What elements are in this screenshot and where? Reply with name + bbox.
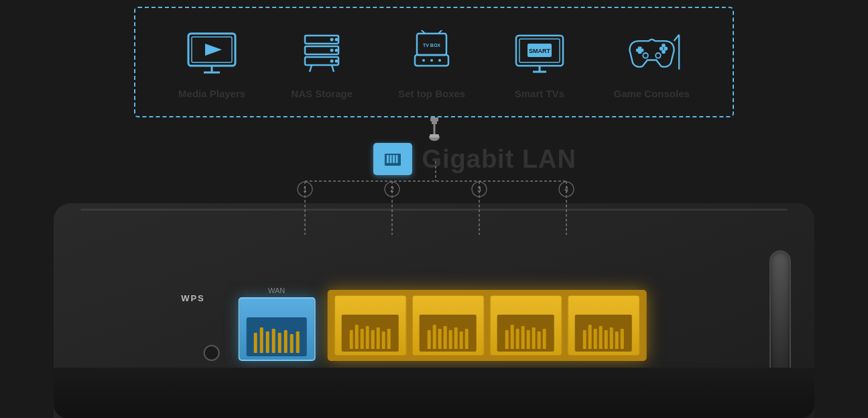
lan-port-3: [489, 295, 562, 356]
svg-point-34: [662, 44, 666, 48]
svg-rect-43: [430, 134, 439, 138]
media-players-label: Media Players: [178, 88, 245, 99]
svg-point-10: [330, 49, 334, 52]
svg-rect-31: [637, 47, 641, 54]
svg-text:4: 4: [564, 186, 568, 193]
lan-port-4: [567, 295, 639, 356]
nas-storage-label: NAS Storage: [291, 88, 353, 99]
svg-text:3: 3: [477, 186, 481, 193]
smart-tvs-icon: SMART: [511, 25, 568, 83]
svg-point-32: [660, 47, 664, 51]
router-bottom-edge: [54, 368, 814, 418]
smart-tvs-label: Smart TVs: [515, 88, 564, 99]
device-media-players: Media Players: [178, 25, 245, 99]
svg-text:2: 2: [390, 186, 394, 193]
connector-assembly: [408, 117, 461, 141]
ports-area: WPS WAN: [238, 290, 646, 361]
wps-label: WPS: [181, 293, 205, 303]
svg-point-22: [430, 59, 433, 62]
svg-rect-41: [432, 121, 437, 124]
device-nas-storage: NAS Storage: [291, 25, 353, 99]
devices-container: Media Players NAS Storage: [134, 7, 734, 117]
lan-port-2: [412, 295, 484, 356]
game-consoles-label: Game Consoles: [613, 88, 689, 99]
device-set-top-boxes: TV BOX Set top Boxes: [398, 25, 465, 99]
wan-port-socket: [247, 317, 307, 356]
svg-point-23: [438, 59, 441, 62]
svg-rect-40: [430, 117, 438, 121]
svg-point-11: [335, 49, 338, 52]
svg-marker-2: [205, 44, 222, 56]
svg-point-33: [664, 47, 668, 51]
svg-point-35: [662, 50, 666, 54]
svg-point-12: [330, 60, 334, 63]
lan-port-1: [334, 295, 406, 356]
device-game-consoles: Game Consoles: [613, 25, 689, 99]
svg-point-21: [422, 59, 425, 62]
antenna: [769, 250, 791, 374]
wps-button[interactable]: [203, 345, 219, 361]
svg-point-37: [656, 53, 661, 58]
wan-port: WAN: [238, 297, 315, 361]
set-top-boxes-icon: TV BOX: [404, 25, 460, 83]
svg-point-9: [335, 38, 338, 42]
set-top-boxes-label: Set top Boxes: [398, 88, 465, 99]
svg-text:1: 1: [303, 186, 307, 193]
game-consoles-icon: [623, 25, 680, 83]
svg-line-14: [310, 65, 312, 72]
svg-point-13: [335, 60, 338, 63]
device-smart-tvs: SMART Smart TVs: [511, 25, 568, 99]
svg-point-8: [330, 38, 334, 42]
svg-text:SMART: SMART: [529, 48, 550, 54]
svg-point-36: [643, 53, 648, 58]
svg-line-15: [332, 65, 334, 72]
lan-ports-group: [327, 290, 646, 361]
nas-storage-icon: [294, 25, 351, 83]
dashed-lines-svg: 1 2 3 4: [261, 161, 610, 235]
media-players-icon: [184, 25, 241, 83]
svg-text:TV BOX: TV BOX: [423, 43, 440, 48]
